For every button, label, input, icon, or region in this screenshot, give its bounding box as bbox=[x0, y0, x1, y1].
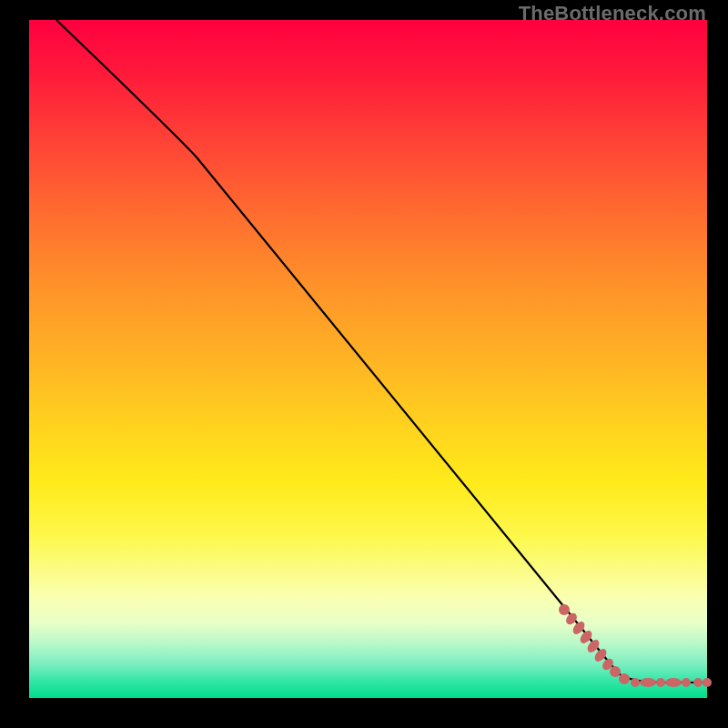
svg-point-13 bbox=[682, 678, 691, 687]
svg-point-11 bbox=[656, 678, 665, 687]
svg-point-0 bbox=[559, 604, 570, 615]
svg-point-8 bbox=[619, 673, 630, 684]
svg-point-14 bbox=[693, 678, 703, 687]
svg-point-9 bbox=[631, 678, 640, 687]
watermark-text: TheBottleneck.com bbox=[519, 2, 706, 25]
svg-point-15 bbox=[703, 678, 712, 687]
chart-overlay bbox=[29, 20, 707, 698]
svg-point-10 bbox=[640, 678, 656, 687]
chart-frame: TheBottleneck.com bbox=[0, 0, 728, 728]
chart-dotted-tail bbox=[559, 604, 712, 687]
svg-point-12 bbox=[665, 678, 682, 687]
chart-curve bbox=[56, 20, 707, 682]
svg-point-7 bbox=[610, 666, 621, 677]
